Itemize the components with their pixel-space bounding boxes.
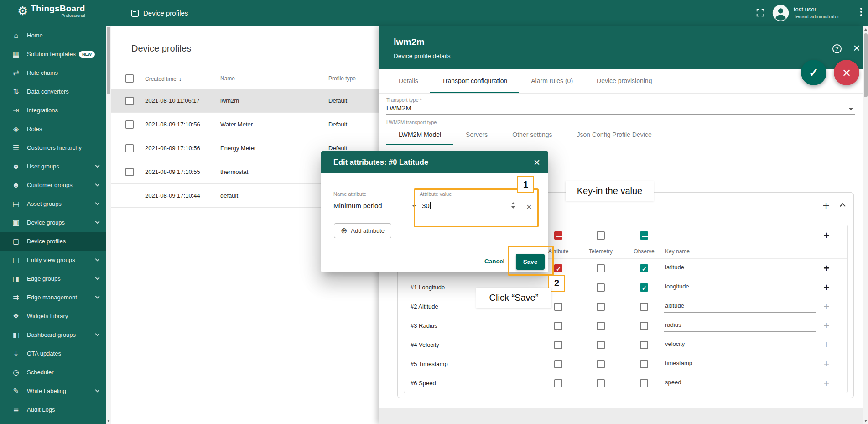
telemetry-checkbox[interactable] (597, 264, 605, 272)
dropdown-caret-icon[interactable] (849, 108, 853, 110)
observe-checkbox[interactable] (640, 303, 648, 311)
edit-attributes-icon[interactable]: + (820, 355, 833, 374)
cancel-button[interactable]: Cancel (482, 256, 507, 267)
sidebar-item-customer-groups[interactable]: ☻ Customer groups (0, 176, 106, 194)
close-icon[interactable]: × (534, 157, 540, 168)
sidebar-scrollbar-thumb[interactable] (107, 27, 110, 94)
edit-attributes-icon[interactable]: + (820, 374, 833, 393)
scroll-down-arrow-icon[interactable] (864, 420, 867, 422)
name-attribute-select[interactable]: Minimum period (333, 199, 417, 214)
kebab-menu-icon[interactable] (858, 8, 865, 19)
page-scrollbar[interactable] (863, 26, 868, 424)
telemetry-checkbox[interactable] (597, 283, 605, 292)
sidebar-item-edge-groups[interactable]: ◨ Edge groups (0, 269, 106, 288)
attribute-select-all-checkbox[interactable] (554, 231, 562, 240)
edit-attributes-icon[interactable]: + (820, 259, 833, 278)
edit-attributes-icon[interactable]: + (820, 335, 833, 355)
sidebar-item-device-groups[interactable]: ▣ Device groups (0, 213, 106, 232)
clear-icon[interactable]: × (525, 201, 534, 212)
observe-checkbox[interactable] (640, 283, 648, 292)
telemetry-select-all-checkbox[interactable] (597, 231, 605, 240)
collapse-icon[interactable] (840, 203, 846, 209)
sidebar-item-data-converters[interactable]: ⇅ Data converters (0, 82, 106, 101)
row-checkbox[interactable] (125, 97, 134, 105)
observe-checkbox[interactable] (640, 264, 648, 272)
subtab-lwm2m-model[interactable]: LWM2M Model (386, 125, 453, 145)
key-name-input[interactable]: altitude (664, 299, 816, 313)
key-name-input[interactable]: timestamp (664, 356, 816, 370)
observe-checkbox[interactable] (640, 360, 648, 368)
key-name-input[interactable]: velocity (664, 337, 816, 351)
sidebar-item-solution-templates[interactable]: ▦ Solution templates NEW (0, 45, 106, 63)
column-name[interactable]: Name (220, 68, 235, 89)
sidebar-item-customers-hierarchy[interactable]: ☰ Customers hierarchy (0, 138, 106, 157)
tab-transport-configuration[interactable]: Transport configuration (430, 69, 519, 93)
attribute-checkbox[interactable] (554, 379, 562, 387)
sidebar-item-scheduler[interactable]: ◷ Scheduler (0, 363, 106, 382)
edit-attributes-icon[interactable]: + (820, 297, 833, 316)
attribute-checkbox[interactable] (554, 360, 562, 368)
row-checkbox[interactable] (125, 144, 134, 152)
edit-attributes-icon[interactable]: + (820, 316, 833, 335)
page-scrollbar-thumb[interactable] (864, 33, 868, 97)
sidebar-item-ota-updates[interactable]: ↧ OTA updates (0, 344, 106, 363)
number-spinner[interactable] (511, 202, 515, 209)
sidebar-scrollbar[interactable] (106, 26, 111, 424)
help-icon[interactable]: ? (832, 44, 842, 53)
key-name-input[interactable]: radius (664, 318, 816, 332)
observe-checkbox[interactable] (640, 379, 648, 387)
sidebar-item-device-profiles[interactable]: ▢ Device profiles (0, 232, 106, 251)
fullscreen-icon[interactable] (755, 8, 765, 18)
sidebar-item-integrations[interactable]: ⇥ Integrations (0, 101, 106, 120)
sidebar-item-user-groups[interactable]: ☻ User groups (0, 157, 106, 176)
transport-type-select[interactable]: LWM2M (386, 104, 411, 112)
observe-select-all-checkbox[interactable] (640, 231, 648, 240)
subtab-json-config-profile-device[interactable]: Json Config Profile Device (564, 125, 664, 145)
key-name-input[interactable]: speed (664, 376, 816, 389)
sort-descending-icon[interactable]: ↓ (179, 75, 182, 82)
apply-changes-fab[interactable]: ✓ (801, 60, 826, 85)
sidebar-item-widgets-library[interactable]: ❖ Widgets Library (0, 307, 106, 325)
sidebar-item-entity-view-groups[interactable]: ◫ Entity view groups (0, 251, 106, 269)
sidebar-item-dashboard-groups[interactable]: ◧ Dashboard groups (0, 325, 106, 344)
attribute-checkbox[interactable] (554, 264, 562, 272)
add-attribute-button[interactable]: ⊕ Add attribute (334, 223, 391, 238)
attribute-checkbox[interactable] (554, 322, 562, 330)
add-resource-icon[interactable]: + (820, 225, 833, 246)
edit-attributes-icon[interactable]: + (820, 278, 833, 297)
telemetry-checkbox[interactable] (597, 379, 605, 387)
sidebar-item-home[interactable]: ⌂ Home (0, 26, 106, 45)
sidebar-item-asset-groups[interactable]: ▤ Asset groups (0, 194, 106, 213)
key-name-input[interactable]: longitude (664, 280, 816, 293)
key-name-input[interactable]: latitude (664, 261, 816, 274)
add-instance-icon[interactable]: + (820, 199, 832, 213)
telemetry-checkbox[interactable] (597, 303, 605, 311)
column-created-time[interactable]: Created time↓ (145, 68, 182, 89)
sidebar-item-audit-logs[interactable]: ≣ Audit Logs (0, 400, 106, 419)
save-button[interactable]: Save (516, 254, 545, 270)
close-icon[interactable]: × (851, 42, 863, 54)
sidebar-item-rule-chains[interactable]: ⇄ Rule chains (0, 63, 106, 82)
tab-device-provisioning[interactable]: Device provisioning (585, 69, 664, 93)
tab-details[interactable]: Details (387, 69, 430, 93)
scroll-up-arrow-icon[interactable] (864, 28, 867, 31)
sidebar-item-edge-management[interactable]: ⇉ Edge management (0, 288, 106, 307)
scroll-down-arrow-icon[interactable] (107, 420, 110, 422)
row-checkbox[interactable] (125, 120, 134, 129)
user-avatar[interactable] (772, 5, 789, 21)
telemetry-checkbox[interactable] (597, 322, 605, 330)
tab-alarm-rules[interactable]: Alarm rules (0) (519, 69, 585, 93)
attribute-checkbox[interactable] (554, 303, 562, 311)
attribute-value-input[interactable]: 30 (418, 199, 518, 214)
attribute-checkbox[interactable] (554, 341, 562, 349)
column-profile-type[interactable]: Profile type (328, 68, 356, 89)
row-checkbox[interactable] (125, 168, 134, 176)
discard-changes-fab[interactable]: × (834, 60, 859, 85)
sidebar-item-roles[interactable]: ◈ Roles (0, 120, 106, 138)
select-all-checkbox[interactable] (125, 74, 134, 83)
subtab-servers[interactable]: Servers (453, 125, 500, 145)
subtab-other-settings[interactable]: Other settings (500, 125, 564, 145)
sidebar-item-white-labeling[interactable]: ✎ White Labeling (0, 382, 106, 400)
observe-checkbox[interactable] (640, 322, 648, 330)
telemetry-checkbox[interactable] (597, 360, 605, 368)
